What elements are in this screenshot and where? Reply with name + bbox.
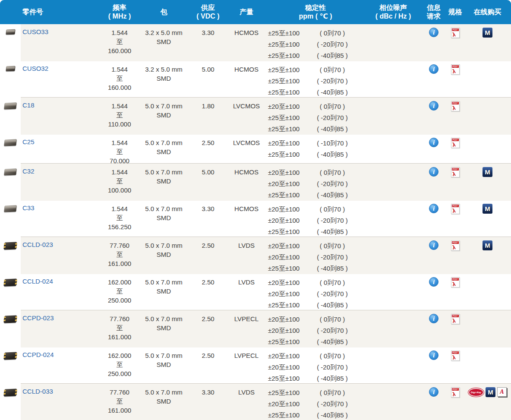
phase-noise-cell [366, 24, 421, 61]
mouser-buy-icon[interactable]: M [486, 387, 495, 397]
stability-temp-range: ( 0到70 ) [306, 204, 359, 215]
frequency-min: 1.544 [100, 167, 139, 177]
frequency-cell: 1.544 至 160.000 [100, 24, 139, 61]
frequency-cell: 1.544 至 110.000 [100, 98, 139, 135]
output-cell: LVDS [227, 384, 265, 420]
frequency-max: 160.000 [100, 46, 139, 55]
package-cell: 5.0 x 7.0 mm SMD [139, 98, 189, 135]
info-request-icon[interactable]: i [429, 240, 438, 250]
pdf-spec-icon[interactable]: PDFλ [451, 28, 460, 38]
pdf-spec-icon[interactable]: PDFλ [451, 64, 460, 75]
info-request-icon[interactable]: i [429, 314, 438, 323]
stability-range: ±25至±100 [268, 64, 306, 76]
pdf-swoosh-glyph: λ [452, 281, 459, 287]
pdf-spec-icon[interactable]: PDFλ [451, 351, 460, 361]
info-request-icon[interactable]: i [429, 28, 438, 37]
part-number-link[interactable]: CCLD-023 [22, 241, 53, 248]
part-number-link[interactable]: CUSO33 [22, 28, 48, 35]
pdf-spec-icon[interactable]: PDFλ [451, 314, 460, 324]
info-request-icon[interactable]: i [429, 351, 438, 360]
stability-range: ±25至±100 [268, 189, 306, 201]
buy-online-cell [464, 274, 511, 311]
supply-cell: 3.30 [189, 24, 227, 61]
phase-noise-cell [366, 134, 421, 165]
stability-line: ±25至±100( -20到70 ) [268, 39, 366, 50]
frequency-to: 至 [100, 213, 139, 222]
part-number-cell: CCPD-023 [21, 310, 100, 347]
pdf-spec-icon[interactable]: PDFλ [451, 240, 460, 251]
package-type: SMD [139, 177, 189, 186]
stability-line: ±25至±100( -40到85 ) [268, 226, 366, 237]
stability-temp-range: ( -40到85 ) [306, 410, 359, 420]
info-request-icon[interactable]: i [429, 167, 438, 177]
part-number-link[interactable]: CCPD-023 [22, 314, 54, 322]
part-photo-thumbnail [4, 316, 17, 323]
digikey-buy-icon[interactable]: Digi-Key [468, 388, 484, 397]
mouser-buy-icon[interactable]: M [483, 204, 492, 214]
info-request-icon[interactable]: i [429, 277, 438, 287]
info-request-icon[interactable]: i [429, 204, 438, 213]
pdf-spec-icon[interactable]: PDFλ [451, 277, 460, 287]
supply-value: 2.50 [189, 241, 227, 250]
part-number-link[interactable]: CCLD-024 [22, 278, 53, 285]
arrow-buy-icon[interactable]: A [497, 387, 507, 397]
table-row-ccld-023: CCLD-023 77.760 至 161.000 5.0 x 7.0 mm S… [0, 237, 511, 274]
supply-value: 3.30 [189, 204, 227, 213]
part-number-link[interactable]: C18 [22, 101, 35, 109]
stability-temp-range: ( -20到70 ) [306, 76, 359, 87]
frequency-cell: 77.760 至 161.000 [100, 310, 139, 347]
frequency-to: 至 [100, 37, 139, 46]
frequency-cell: 1.544 至 160.000 [100, 61, 139, 98]
part-number-link[interactable]: CCLD-033 [22, 388, 53, 395]
col-header-supply-unit: ( VDC ) [196, 12, 219, 21]
pdf-swoosh-glyph: λ [452, 104, 459, 111]
phase-noise-cell [366, 310, 421, 347]
info-request-cell: i [421, 274, 447, 311]
part-image-cell [0, 347, 21, 384]
package-cell: 3.2 x 5.0 mm SMD [139, 24, 189, 61]
part-number-link[interactable]: CUSO32 [22, 65, 48, 72]
output-cell: HCMOS [227, 61, 265, 98]
part-image-cell [0, 200, 21, 237]
pdf-spec-icon[interactable]: PDFλ [451, 101, 460, 111]
frequency-min: 1.544 [100, 101, 139, 111]
spec-cell: PDFλ [447, 61, 464, 98]
frequency-min: 1.544 [100, 204, 139, 213]
mouser-buy-icon[interactable]: M [483, 167, 492, 177]
info-request-cell: i [421, 164, 447, 201]
pdf-spec-icon[interactable]: PDFλ [451, 387, 460, 398]
frequency-cell: 1.544 至 156.250 [100, 200, 139, 237]
stability-line: ±20至±100( 0到70 ) [268, 240, 366, 252]
info-request-cell: i [421, 24, 447, 61]
info-request-icon[interactable]: i [429, 64, 438, 74]
package-cell: 5.0 x 7.0 mm SMD [139, 200, 189, 237]
package-type: SMD [139, 360, 189, 369]
col-header-stability-unit: ppm ( ℃ ) [299, 12, 332, 21]
mouser-buy-icon[interactable]: M [483, 28, 492, 38]
part-number-link[interactable]: C32 [22, 167, 35, 175]
stability-line: ±20至±100( 0到70 ) [268, 101, 366, 112]
spec-cell: PDFλ [447, 237, 464, 274]
info-request-icon[interactable]: i [429, 101, 438, 111]
part-number-cell: C18 [21, 98, 100, 135]
buy-online-cell [464, 347, 511, 384]
col-header-phase-noise-label: 相位噪声 [379, 3, 407, 12]
phase-noise-cell [366, 61, 421, 98]
part-photo-thumbnail [4, 352, 17, 360]
pdf-spec-icon[interactable]: PDFλ [451, 138, 460, 148]
mouser-buy-icon[interactable]: M [483, 240, 492, 250]
part-number-link[interactable]: CCPD-024 [22, 351, 54, 358]
part-number-link[interactable]: C33 [22, 204, 35, 212]
stability-range: ±25至±100 [268, 112, 306, 123]
stability-range: ±20至±100 [268, 240, 306, 252]
col-header-stability: 稳定性 ppm ( ℃ ) [265, 0, 366, 24]
info-request-icon[interactable]: i [429, 387, 438, 397]
info-request-icon[interactable]: i [429, 138, 438, 147]
pdf-spec-icon[interactable]: PDFλ [451, 167, 460, 177]
part-number-link[interactable]: C25 [22, 138, 35, 145]
buy-online-cell: M [464, 237, 511, 274]
part-number-cell: C33 [21, 200, 100, 237]
package-type: SMD [139, 250, 189, 259]
stability-cell: ±20至±100( 0到70 )±25至±100( -20到70 )±25至±1… [265, 98, 366, 135]
pdf-spec-icon[interactable]: PDFλ [451, 204, 460, 214]
